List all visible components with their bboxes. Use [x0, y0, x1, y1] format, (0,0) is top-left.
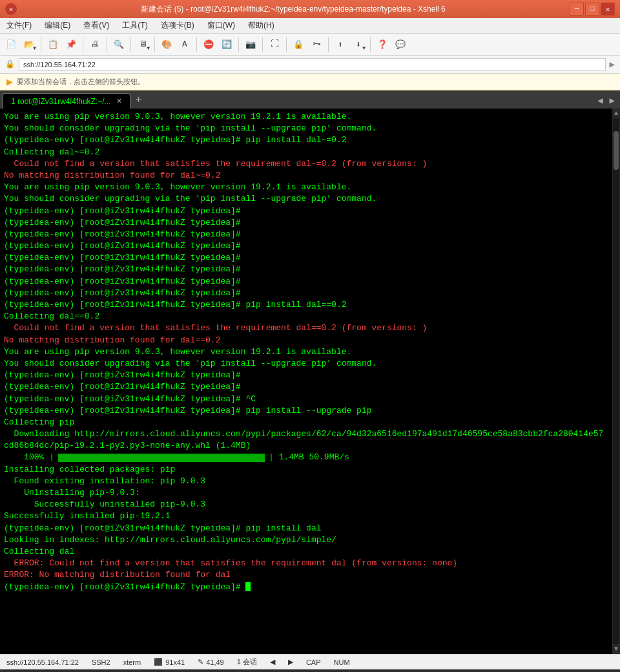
toolbar-sep4 [130, 37, 131, 52]
menu-help[interactable]: 帮助(H) [242, 18, 281, 33]
toolbar-color[interactable]: 🎨 [158, 36, 175, 53]
menu-tools[interactable]: 工具(T) [116, 18, 154, 33]
terminal-line: You should consider upgrading via the 'p… [4, 123, 608, 134]
status-ssh-url: ssh://120.55.164.71:22 [6, 658, 79, 666]
toolbar-print[interactable]: 🖨 [87, 36, 103, 53]
status-bar: ssh://120.55.164.71:22 SSH2 xterm ⬛ 91x4… [0, 654, 620, 669]
toolbar-sep1 [41, 37, 41, 52]
menu-edit[interactable]: 编辑(E) [38, 18, 77, 33]
toolbar-help[interactable]: ❓ [374, 36, 391, 53]
terminal-line: (typeidea-env) [root@iZv31rw4i4fhukZ typ… [4, 217, 608, 229]
toolbar-key[interactable]: 🗝 [308, 36, 325, 53]
notification-bar: ▶ 要添加当前会话，点击左侧的箭头按钮。 [0, 74, 620, 90]
toolbar-screenshot[interactable]: 📷 [242, 36, 259, 53]
terminal-line: Collecting dal [4, 546, 608, 558]
toolbar-connect[interactable]: 🖥▼ [134, 36, 151, 53]
minimize-button[interactable]: ─ [570, 3, 584, 16]
toolbar-search[interactable]: 🔍 [110, 36, 127, 53]
terminal[interactable]: You are using pip version 9.0.3, however… [0, 109, 612, 654]
progress-suffix: | 1.4MB 50.9MB/s [269, 452, 349, 463]
terminal-line: Collecting dal~=0.2 [4, 147, 608, 158]
terminal-prompt-line: (typeidea-env) [root@iZv31rw4i4fhukZ typ… [4, 582, 608, 593]
status-nav-prev[interactable]: ◀ [270, 658, 275, 666]
status-terminal-value: xterm [123, 658, 141, 666]
menu-file[interactable]: 文件(F) [0, 18, 38, 33]
menu-bar: 文件(F) 编辑(E) 查看(V) 工具(T) 选项卡(B) 窗口(W) 帮助(… [0, 18, 620, 34]
terminal-line: ERROR: No matching distribution found fo… [4, 569, 608, 581]
toolbar-lock[interactable]: 🔒 [290, 36, 307, 53]
tab-next-button[interactable]: ▶ [607, 94, 617, 107]
menu-view[interactable]: 查看(V) [77, 18, 116, 33]
tab-add-button[interactable]: + [132, 93, 146, 107]
toolbar-stop[interactable]: ⛔ [200, 36, 217, 53]
tab-session-1[interactable]: 1 root@iZv31rw4i4fhukZ:~/... ✕ [3, 93, 130, 109]
toolbar-paste[interactable]: 📌 [63, 36, 79, 53]
terminal-line: (typeidea-env) [root@iZv31rw4i4fhukZ typ… [4, 394, 608, 405]
toolbar-sep2 [83, 37, 83, 52]
terminal-line: Could not find a version that satisfies … [4, 158, 608, 170]
status-size: ⬛ 91x41 [154, 658, 185, 666]
terminal-scrollbar[interactable]: ▲ ▼ [612, 109, 620, 654]
toolbar-sep5 [154, 37, 155, 52]
scrollbar-down-button[interactable]: ▼ [613, 644, 619, 654]
terminal-line: Successfully installed pip-19.2.1 [4, 510, 608, 522]
terminal-line: (typeidea-env) [root@iZv31rw4i4fhukZ typ… [4, 370, 608, 381]
toolbar-sep9 [286, 37, 287, 52]
terminal-line: No matching distribution found for dal~=… [4, 170, 608, 182]
toolbar-fullscreen[interactable]: ⛶ [266, 36, 283, 53]
status-sessions-value: 1 会话 [237, 657, 257, 667]
tab-label-1: 1 root@iZv31rw4i4fhukZ:~/... [11, 97, 111, 106]
menu-tabs[interactable]: 选项卡(B) [154, 18, 201, 33]
tab-bar: 1 root@iZv31rw4i4fhukZ:~/... ✕ + ◀ ▶ [0, 90, 620, 109]
toolbar-upload[interactable]: ⬆ [332, 36, 349, 53]
terminal-content: You are using pip version 9.0.3, however… [4, 111, 608, 651]
address-input[interactable] [19, 58, 606, 71]
terminal-line: (typeidea-env) [root@iZv31rw4i4fhukZ typ… [4, 288, 608, 299]
close-button[interactable]: ✕ [601, 3, 615, 16]
toolbar-sep7 [238, 37, 239, 52]
window-controls: ─ □ ✕ [570, 3, 615, 16]
toolbar-sep3 [107, 37, 107, 52]
menu-window[interactable]: 窗口(W) [201, 18, 242, 33]
terminal-line: (typeidea-env) [root@iZv31rw4i4fhukZ typ… [4, 299, 608, 311]
status-size-value: 91x41 [165, 658, 185, 666]
status-nav-next[interactable]: ▶ [288, 658, 293, 666]
terminal-line: You should consider upgrading via the 'p… [4, 358, 608, 370]
status-ssh: ssh://120.55.164.71:22 [6, 658, 79, 666]
maximize-button[interactable]: □ [585, 3, 599, 16]
app-window: ✕ 新建会话 (5) - root@iZv31rw4i4fhukZ:~/type… [0, 0, 620, 672]
tab-close-1[interactable]: ✕ [116, 97, 122, 105]
toolbar-refresh[interactable]: 🔄 [218, 36, 235, 53]
address-bar: 🔒 ▶ [0, 56, 620, 74]
title-bar: ✕ 新建会话 (5) - root@iZv31rw4i4fhukZ:~/type… [0, 0, 620, 18]
toolbar-new-session[interactable]: 📄 [3, 36, 19, 53]
toolbar-open[interactable]: 📂▼ [21, 36, 37, 53]
scrollbar-up-button[interactable]: ▲ [613, 109, 619, 118]
toolbar-chat[interactable]: 💬 [392, 36, 409, 53]
terminal-line: (typeidea-env) [root@iZv31rw4i4fhukZ typ… [4, 276, 608, 288]
toolbar-copy[interactable]: 📋 [45, 36, 61, 53]
terminal-line: (typeidea-env) [root@iZv31rw4i4fhukZ typ… [4, 405, 608, 417]
terminal-line: Found existing installation: pip 9.0.3 [4, 476, 608, 487]
status-position-icon: ✎ [198, 658, 203, 666]
terminal-line: (typeidea-env) [root@iZv31rw4i4fhukZ typ… [4, 523, 608, 534]
scrollbar-thumb[interactable] [614, 131, 619, 170]
status-caps: CAP [306, 658, 321, 666]
terminal-line: (typeidea-env) [root@iZv31rw4i4fhukZ typ… [4, 134, 608, 146]
terminal-line: You are using pip version 9.0.3, however… [4, 346, 608, 358]
terminal-line: (typeidea-env) [root@iZv31rw4i4fhukZ typ… [4, 264, 608, 275]
progress-prefix: 100% | [4, 452, 54, 463]
toolbar-sep6 [196, 37, 197, 52]
terminal-line: (typeidea-env) [root@iZv31rw4i4fhukZ typ… [4, 229, 608, 240]
scrollbar-track[interactable] [613, 118, 619, 644]
address-go-button[interactable]: ▶ [610, 59, 615, 70]
toolbar: 📄 📂▼ 📋 📌 🖨 🔍 🖥▼ 🎨 A ⛔ 🔄 📷 ⛶ [0, 34, 620, 56]
tab-prev-button[interactable]: ◀ [595, 94, 605, 107]
window-title: 新建会话 (5) - root@iZv31rw4i4fhukZ:~/typeid… [17, 4, 570, 15]
terminal-line: Installing collected packages: pip [4, 464, 608, 476]
terminal-line: You should consider upgrading via the 'p… [4, 193, 608, 205]
toolbar-download-dropdown[interactable]: ⬇▼ [350, 36, 367, 53]
terminal-line: Downloading http://mirrors.cloud.aliyunc… [4, 428, 608, 452]
terminal-line: You are using pip version 9.0.3, however… [4, 111, 608, 123]
toolbar-font[interactable]: A [176, 36, 193, 53]
